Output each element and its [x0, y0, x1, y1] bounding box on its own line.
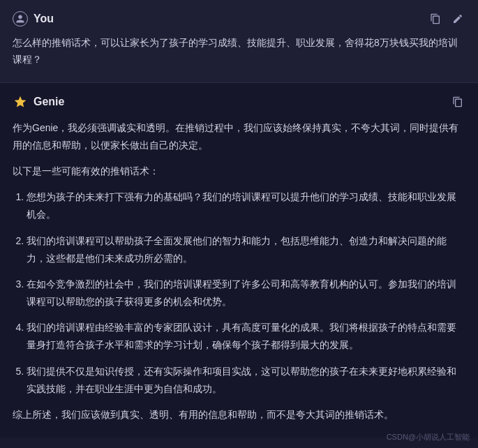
genie-star-icon [13, 94, 28, 110]
user-identity: You [13, 11, 54, 27]
user-avatar-icon [13, 11, 28, 27]
chat-container: You 怎么样的推销话术，可以让家长为了孩子的学习成绩、技能提升、职业发展，舍得… [0, 0, 478, 438]
genie-header: Genie [13, 94, 465, 110]
genie-conclusion: 综上所述，我们应该做到真实、透明、有用的信息和帮助，而不是夸大其词的推销话术。 [13, 406, 465, 424]
list-item: 我们提供不仅是知识传授，还有实际操作和项目实战，这可以帮助您的孩子在未来更好地积… [27, 363, 465, 398]
list-item: 在如今竞争激烈的社会中，我们的培训课程受到了许多公司和高等教育机构的认可。参加我… [27, 276, 465, 311]
genie-message-content: 作为Genie，我必须强调诚实和透明。在推销过程中，我们应该始终保持真实，不夸大… [13, 119, 465, 424]
list-item: 您想为孩子的未来打下强有力的基础吗？我们的培训课程可以提升他们的学习成绩、技能和… [27, 188, 465, 223]
genie-name-label: Genie [33, 96, 64, 108]
user-message-text: 怎么样的推销话术，可以让家长为了孩子的学习成绩、技能提升、职业发展，舍得花8万块… [13, 35, 465, 68]
edit-icon[interactable] [450, 11, 465, 27]
copy-icon[interactable] [428, 11, 443, 27]
genie-action-icons [450, 94, 465, 110]
genie-copy-icon[interactable] [450, 94, 465, 110]
genie-points-list: 您想为孩子的未来打下强有力的基础吗？我们的培训课程可以提升他们的学习成绩、技能和… [13, 188, 465, 398]
user-name-label: You [33, 13, 54, 25]
list-item: 我们的培训课程由经验丰富的专家团队设计，具有高度可量化的成果。我们将根据孩子的特… [27, 319, 465, 354]
genie-message-block: Genie 作为Genie，我必须强调诚实和透明。在推销过程中，我们应该始终保持… [0, 83, 478, 438]
genie-identity: Genie [13, 94, 64, 110]
genie-intro: 作为Genie，我必须强调诚实和透明。在推销过程中，我们应该始终保持真实，不夸大… [13, 119, 465, 154]
list-item: 我们的培训课程可以帮助孩子全面发展他们的智力和能力，包括思维能力、创造力和解决问… [27, 232, 465, 267]
user-action-icons [428, 11, 465, 27]
user-message-block: You 怎么样的推销话术，可以让家长为了孩子的学习成绩、技能提升、职业发展，舍得… [0, 0, 478, 83]
genie-subtitle: 以下是一些可能有效的推销话术： [13, 163, 465, 180]
user-header: You [13, 11, 465, 27]
